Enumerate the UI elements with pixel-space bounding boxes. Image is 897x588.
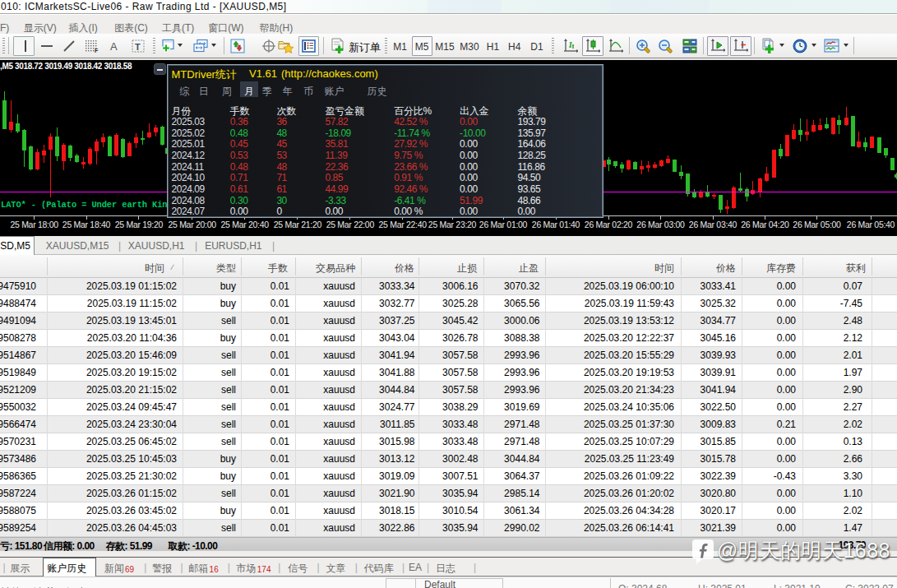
svg-text:A: A [110, 40, 118, 53]
svg-text:F: F [95, 48, 99, 53]
svg-text:T: T [135, 42, 141, 52]
